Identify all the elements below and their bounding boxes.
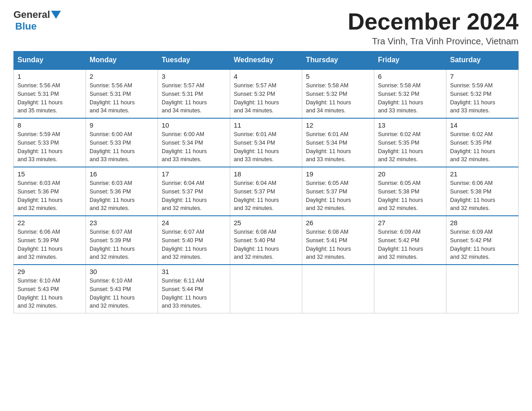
day-number: 8 [17,121,82,129]
calendar-cell [374,265,446,313]
calendar-cell: 24 Sunrise: 6:07 AMSunset: 5:40 PMDaylig… [158,216,230,265]
day-info: Sunrise: 6:03 AMSunset: 5:36 PMDaylight:… [17,180,63,211]
calendar-cell: 1 Sunrise: 5:56 AMSunset: 5:31 PMDayligh… [14,69,86,119]
calendar-cell: 10 Sunrise: 6:00 AMSunset: 5:34 PMDaylig… [158,118,230,167]
calendar-cell: 8 Sunrise: 5:59 AMSunset: 5:33 PMDayligh… [14,118,86,167]
day-number: 13 [378,121,442,129]
calendar-cell: 26 Sunrise: 6:08 AMSunset: 5:41 PMDaylig… [302,216,374,265]
calendar-cell: 19 Sunrise: 6:05 AMSunset: 5:37 PMDaylig… [302,167,374,216]
location-subtitle: Tra Vinh, Tra Vinh Province, Vietnam [348,36,519,47]
day-info: Sunrise: 6:07 AMSunset: 5:39 PMDaylight:… [90,229,135,260]
day-info: Sunrise: 5:58 AMSunset: 5:32 PMDaylight:… [378,82,423,114]
day-info: Sunrise: 6:07 AMSunset: 5:40 PMDaylight:… [162,229,207,260]
calendar-cell: 22 Sunrise: 6:06 AMSunset: 5:39 PMDaylig… [14,216,86,265]
calendar-table: SundayMondayTuesdayWednesdayThursdayFrid… [13,51,519,313]
day-info: Sunrise: 5:56 AMSunset: 5:31 PMDaylight:… [90,82,135,114]
column-header-saturday: Saturday [446,51,519,69]
calendar-cell: 21 Sunrise: 6:06 AMSunset: 5:38 PMDaylig… [446,167,519,216]
day-info: Sunrise: 5:57 AMSunset: 5:32 PMDaylight:… [234,82,279,114]
calendar-cell: 27 Sunrise: 6:09 AMSunset: 5:42 PMDaylig… [374,216,446,265]
day-info: Sunrise: 6:01 AMSunset: 5:34 PMDaylight:… [234,131,279,163]
day-info: Sunrise: 5:56 AMSunset: 5:31 PMDaylight:… [17,82,63,114]
calendar-cell: 20 Sunrise: 6:05 AMSunset: 5:38 PMDaylig… [374,167,446,216]
calendar-cell: 23 Sunrise: 6:07 AMSunset: 5:39 PMDaylig… [86,216,158,265]
day-number: 30 [90,268,154,275]
calendar-cell: 11 Sunrise: 6:01 AMSunset: 5:34 PMDaylig… [230,118,302,167]
day-number: 7 [450,73,515,80]
day-info: Sunrise: 5:59 AMSunset: 5:33 PMDaylight:… [17,131,63,163]
day-number: 17 [162,170,226,178]
month-title: December 2024 [348,9,519,34]
calendar-cell [230,265,302,313]
calendar-week-row: 1 Sunrise: 5:56 AMSunset: 5:31 PMDayligh… [14,69,519,119]
day-info: Sunrise: 6:04 AMSunset: 5:37 PMDaylight:… [234,180,279,211]
day-number: 11 [234,121,298,129]
day-number: 23 [90,219,154,227]
calendar-cell: 2 Sunrise: 5:56 AMSunset: 5:31 PMDayligh… [86,69,158,119]
day-info: Sunrise: 6:02 AMSunset: 5:35 PMDaylight:… [450,131,495,163]
calendar-cell: 15 Sunrise: 6:03 AMSunset: 5:36 PMDaylig… [14,167,86,216]
calendar-week-row: 15 Sunrise: 6:03 AMSunset: 5:36 PMDaylig… [14,167,519,216]
calendar-cell: 12 Sunrise: 6:01 AMSunset: 5:34 PMDaylig… [302,118,374,167]
day-number: 16 [90,170,154,178]
day-info: Sunrise: 6:11 AMSunset: 5:44 PMDaylight:… [162,278,207,309]
logo-general-text: General [13,9,50,21]
day-number: 19 [306,170,370,178]
day-info: Sunrise: 6:03 AMSunset: 5:36 PMDaylight:… [90,180,135,211]
day-number: 22 [17,219,82,227]
day-info: Sunrise: 5:59 AMSunset: 5:32 PMDaylight:… [450,82,495,114]
day-number: 21 [450,170,515,178]
calendar-cell: 17 Sunrise: 6:04 AMSunset: 5:37 PMDaylig… [158,167,230,216]
logo-blue-text: Blue [15,21,37,32]
column-header-thursday: Thursday [302,51,374,69]
day-info: Sunrise: 6:05 AMSunset: 5:37 PMDaylight:… [306,180,351,211]
calendar-cell: 5 Sunrise: 5:58 AMSunset: 5:32 PMDayligh… [302,69,374,119]
calendar-cell: 16 Sunrise: 6:03 AMSunset: 5:36 PMDaylig… [86,167,158,216]
calendar-week-row: 8 Sunrise: 5:59 AMSunset: 5:33 PMDayligh… [14,118,519,167]
title-block: December 2024 Tra Vinh, Tra Vinh Provinc… [348,9,519,47]
logo: General Blue [13,9,61,32]
day-number: 1 [17,73,82,80]
day-info: Sunrise: 6:00 AMSunset: 5:34 PMDaylight:… [162,131,207,163]
column-header-wednesday: Wednesday [230,51,302,69]
day-number: 4 [234,73,298,80]
day-number: 25 [234,219,298,227]
logo-triangle-icon [51,11,61,19]
column-header-friday: Friday [374,51,446,69]
day-info: Sunrise: 6:05 AMSunset: 5:38 PMDaylight:… [378,180,423,211]
calendar-cell: 18 Sunrise: 6:04 AMSunset: 5:37 PMDaylig… [230,167,302,216]
calendar-cell: 29 Sunrise: 6:10 AMSunset: 5:43 PMDaylig… [14,265,86,313]
day-number: 26 [306,219,370,227]
calendar-week-row: 29 Sunrise: 6:10 AMSunset: 5:43 PMDaylig… [14,265,519,313]
calendar-cell [446,265,519,313]
day-number: 31 [162,268,226,275]
column-header-monday: Monday [86,51,158,69]
calendar-cell: 28 Sunrise: 6:09 AMSunset: 5:42 PMDaylig… [446,216,519,265]
day-info: Sunrise: 5:57 AMSunset: 5:31 PMDaylight:… [162,82,207,114]
day-info: Sunrise: 6:09 AMSunset: 5:42 PMDaylight:… [450,229,495,260]
day-number: 9 [90,121,154,129]
day-info: Sunrise: 6:01 AMSunset: 5:34 PMDaylight:… [306,131,351,163]
day-info: Sunrise: 6:04 AMSunset: 5:37 PMDaylight:… [162,180,207,211]
day-number: 24 [162,219,226,227]
calendar-cell: 14 Sunrise: 6:02 AMSunset: 5:35 PMDaylig… [446,118,519,167]
column-header-sunday: Sunday [14,51,86,69]
day-info: Sunrise: 6:08 AMSunset: 5:41 PMDaylight:… [306,229,351,260]
svg-marker-0 [51,11,61,19]
day-number: 15 [17,170,82,178]
day-number: 6 [378,73,442,80]
calendar-cell: 30 Sunrise: 6:10 AMSunset: 5:43 PMDaylig… [86,265,158,313]
calendar-cell: 25 Sunrise: 6:08 AMSunset: 5:40 PMDaylig… [230,216,302,265]
calendar-cell: 3 Sunrise: 5:57 AMSunset: 5:31 PMDayligh… [158,69,230,119]
calendar-cell: 7 Sunrise: 5:59 AMSunset: 5:32 PMDayligh… [446,69,519,119]
calendar-header-row: SundayMondayTuesdayWednesdayThursdayFrid… [14,51,519,69]
day-number: 28 [450,219,515,227]
calendar-cell: 9 Sunrise: 6:00 AMSunset: 5:33 PMDayligh… [86,118,158,167]
day-number: 5 [306,73,370,80]
calendar-cell: 31 Sunrise: 6:11 AMSunset: 5:44 PMDaylig… [158,265,230,313]
day-number: 20 [378,170,442,178]
day-info: Sunrise: 6:10 AMSunset: 5:43 PMDaylight:… [17,278,63,309]
calendar-cell: 6 Sunrise: 5:58 AMSunset: 5:32 PMDayligh… [374,69,446,119]
day-number: 29 [17,268,82,275]
day-number: 2 [90,73,154,80]
